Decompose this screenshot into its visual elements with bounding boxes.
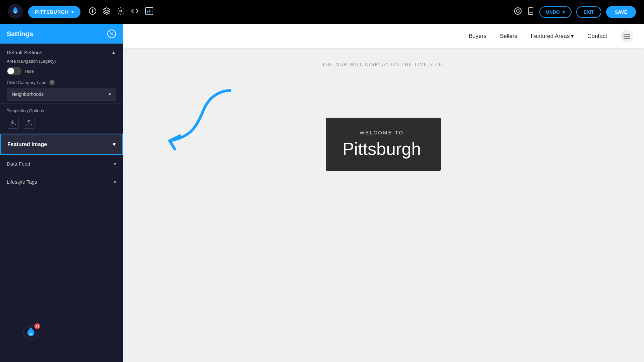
svg-point-8 xyxy=(517,10,519,12)
chevron-down-icon: ▾ xyxy=(109,92,111,97)
area-navigation-label: Area Navigation (Legacy) xyxy=(0,59,123,64)
welcome-title: Pittsburgh xyxy=(342,139,421,159)
svg-rect-11 xyxy=(10,124,15,125)
chevron-down-icon: ▾ xyxy=(114,161,116,167)
sidebar-header: Settings ✕ xyxy=(0,24,123,44)
area-navigation-toggle[interactable] xyxy=(7,67,21,75)
featured-image-header[interactable]: Featured Image ▾ xyxy=(1,134,122,154)
data-feed-label: Data Feed xyxy=(7,161,30,167)
integrations-icon[interactable]: Y xyxy=(145,7,154,17)
city-name: PITTSBURGH xyxy=(35,9,69,15)
save-button[interactable]: SAVE xyxy=(606,6,636,18)
code-icon[interactable] xyxy=(131,7,139,17)
device-icon[interactable] xyxy=(527,7,535,17)
nav-contact[interactable]: Contact xyxy=(587,33,607,40)
layers-icon[interactable] xyxy=(103,7,111,17)
undo-label: UNDO xyxy=(546,9,560,15)
svg-rect-9 xyxy=(528,8,533,14)
city-dropdown[interactable]: PITTSBURGH ▾ xyxy=(28,6,80,18)
chevron-down-icon: ▾ xyxy=(562,9,565,15)
preview-icon[interactable] xyxy=(514,7,522,17)
area-navigation-toggle-row: Hide xyxy=(0,67,123,80)
undo-button[interactable]: UNDO ▾ xyxy=(539,6,572,18)
map-notice: THE MAP WILL DISPLAY ON THE LIVE SITE. xyxy=(123,48,644,74)
exit-button[interactable]: EXIT xyxy=(576,6,601,18)
sidebar: Settings ✕ Default Settings ▲ Area Navig… xyxy=(0,24,123,362)
chevron-down-icon: ▾ xyxy=(113,141,115,147)
default-settings-label: Default Settings xyxy=(7,50,42,55)
templating-label: Templating Options xyxy=(7,108,116,113)
notification-bubble[interactable]: 11 xyxy=(21,323,40,342)
download-template-button[interactable] xyxy=(7,117,19,129)
child-category-row: Child Category Label ? Neighborhoods ▾ xyxy=(0,80,123,103)
hamburger-menu[interactable] xyxy=(621,30,633,43)
lifestyle-tags-label: Lifestyle Tags xyxy=(7,179,37,185)
welcome-card: WELCOME TO Pittsburgh xyxy=(326,118,441,171)
main-layout: Settings ✕ Default Settings ▲ Area Navig… xyxy=(0,24,644,362)
add-icon[interactable] xyxy=(89,7,97,17)
toggle-hide-label: Hide xyxy=(25,69,34,74)
topbar-right: UNDO ▾ EXIT SAVE xyxy=(514,6,636,18)
lifestyle-tags-header[interactable]: Lifestyle Tags ▾ xyxy=(0,173,123,191)
chevron-down-icon: ▾ xyxy=(71,10,74,14)
templating-icons xyxy=(7,117,116,129)
svg-rect-12 xyxy=(26,124,32,125)
nav-sellers[interactable]: Sellers xyxy=(500,33,517,40)
child-category-select[interactable]: Neighborhoods ▾ xyxy=(7,88,116,101)
preview-nav: Buyers Sellers Featured Areas ▾ Contact xyxy=(123,24,644,48)
child-category-label: Child Category Label ? xyxy=(7,80,116,85)
data-feed-header[interactable]: Data Feed ▾ xyxy=(0,155,123,173)
close-button[interactable]: ✕ xyxy=(107,29,116,38)
welcome-subtitle: WELCOME TO xyxy=(342,130,421,135)
nav-featured-areas[interactable]: Featured Areas ▾ xyxy=(531,33,574,40)
preview-area: Buyers Sellers Featured Areas ▾ Contact … xyxy=(123,24,644,362)
help-icon[interactable]: ? xyxy=(49,80,55,85)
chevron-down-icon: ▾ xyxy=(571,33,574,40)
notification-count: 11 xyxy=(34,322,41,330)
topbar-icons: Y xyxy=(89,7,154,17)
topbar: PITTSBURGH ▾ xyxy=(0,0,644,24)
data-feed-section: Data Feed ▾ xyxy=(0,155,123,173)
default-settings-header[interactable]: Default Settings ▲ xyxy=(0,44,123,59)
nav-buyers[interactable]: Buyers xyxy=(469,33,486,40)
svg-point-7 xyxy=(515,8,521,14)
selected-value: Neighborhoods xyxy=(12,92,44,97)
lifestyle-tags-section: Lifestyle Tags ▾ xyxy=(0,173,123,191)
chevron-up-icon: ▲ xyxy=(111,50,116,55)
svg-text:Y: Y xyxy=(147,10,149,14)
chevron-down-icon: ▾ xyxy=(114,179,116,185)
upload-template-button[interactable] xyxy=(23,117,35,129)
arrow-indicator xyxy=(143,84,250,151)
default-settings-section: Default Settings ▲ Area Navigation (Lega… xyxy=(0,44,123,104)
templating-section: Templating Options xyxy=(0,104,123,134)
toggle-knob xyxy=(7,68,14,74)
featured-image-label: Featured Image xyxy=(7,141,47,147)
svg-point-4 xyxy=(120,10,122,12)
sidebar-title: Settings xyxy=(7,30,33,38)
featured-image-section: Featured Image ▾ xyxy=(0,134,123,155)
settings-icon[interactable] xyxy=(117,7,125,17)
app-logo[interactable] xyxy=(8,4,23,20)
preview-content: WELCOME TO Pittsburgh xyxy=(123,74,644,215)
